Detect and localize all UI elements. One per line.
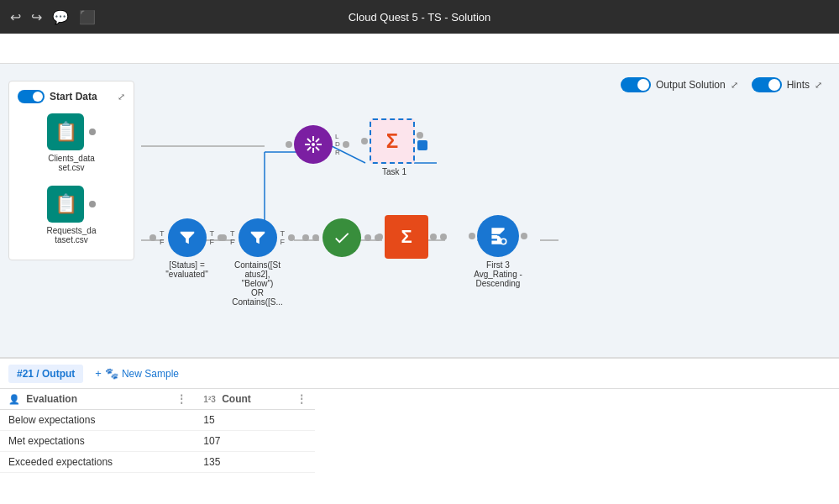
count-cell: 135	[195, 452, 315, 473]
first3-label: First 3Avg_Rating -Descending	[474, 260, 522, 288]
evaluation-col-menu[interactable]: ⋮	[176, 393, 186, 405]
agg2-out2-connector	[440, 234, 447, 240]
first3-node[interactable]: First 3Avg_Rating -Descending	[469, 215, 527, 288]
task1-in-connector	[361, 138, 368, 144]
agg2-in-connector	[376, 234, 383, 240]
data-table: 👤 Evaluation ⋮ 1²3 Count ⋮ Below expecta…	[0, 389, 839, 504]
join-out-connector	[343, 141, 349, 148]
table-row: Below expectations15	[0, 410, 315, 431]
evaluation-cell: Below expectations	[0, 410, 195, 431]
svg-line-19	[316, 147, 319, 150]
clients-data-label: Clients_dataset.csv	[48, 154, 95, 172]
evaluation-col-icon: 👤	[8, 394, 20, 404]
results-table: 👤 Evaluation ⋮ 1²3 Count ⋮ Below expecta…	[0, 389, 315, 473]
undo-button[interactable]: ↩	[10, 9, 21, 25]
first3-icon	[477, 215, 519, 257]
requests-data-node[interactable]: 📋 Requests_dataset.csv	[18, 186, 125, 244]
search-input[interactable]	[8, 42, 831, 55]
top-right-controls: Output Solution ⤢ Hints ⤢	[621, 77, 822, 92]
output-solution-label: Output Solution	[656, 79, 726, 91]
new-sample-icon2: 🐾	[105, 367, 118, 380]
panel-header: Start Data ⤢	[18, 90, 125, 103]
evaluation-cell: Exceeded expectations	[0, 452, 195, 473]
bottom-tabs: #21 / Output + 🐾 New Sample	[0, 359, 839, 389]
task1-icon: Σ	[370, 118, 415, 164]
contains-filter-label: Contains([Status2],"Below")ORContains([S…	[232, 260, 283, 307]
svg-line-21	[307, 147, 311, 150]
task1-node[interactable]: Σ Task 1	[361, 118, 427, 176]
clients-data-icon: 📋	[47, 113, 84, 150]
count-col-label: Count	[222, 393, 251, 405]
clients-data-node[interactable]: 📋 Clients_dataset.csv	[18, 113, 125, 172]
count-col-icon: 1²3	[203, 395, 215, 404]
contains-filter-node[interactable]: TF TF Contains([Status2],"Below")ORConta…	[220, 218, 295, 307]
first3-out-connector	[521, 233, 527, 239]
check-in2-connector	[312, 234, 319, 241]
new-sample-button[interactable]: + 🐾 New Sample	[87, 364, 187, 383]
output-tab[interactable]: #21 / Output	[8, 365, 83, 383]
new-sample-label: New Sample	[122, 368, 179, 380]
check-node[interactable]	[302, 218, 381, 257]
count-col-menu[interactable]: ⋮	[296, 393, 307, 405]
count-cell: 15	[195, 410, 315, 431]
join-icon	[294, 125, 333, 164]
count-col-header: 1²3 Count ⋮	[195, 389, 315, 410]
requests-data-icon: 📋	[47, 186, 84, 223]
check-icon	[322, 218, 361, 257]
canvas-area: Start Data ⤢ 📋 Clients_dataset.csv 📋 Req…	[0, 64, 839, 357]
aggregate2-node[interactable]: Σ	[376, 215, 448, 259]
status-filter-node[interactable]: TF TF [Status] ="evaluated"	[149, 218, 224, 279]
join-in-connector	[286, 141, 292, 148]
svg-line-18	[307, 139, 311, 142]
save-icon[interactable]: ⬛	[79, 9, 96, 25]
check-in-connector	[302, 234, 309, 241]
requests-data-label: Requests_dataset.csv	[47, 226, 97, 244]
table-row: Exceeded expectations135	[0, 452, 315, 473]
redo-button[interactable]: ↪	[31, 9, 42, 25]
contains-filter-icon	[239, 218, 277, 257]
comment-icon[interactable]: 💬	[52, 9, 69, 25]
start-data-toggle[interactable]	[18, 90, 45, 103]
first3-in-connector	[469, 233, 475, 239]
evaluation-col-label: Evaluation	[26, 393, 77, 405]
output-solution-group: Output Solution ⤢	[621, 77, 738, 92]
contains-in-connector	[220, 234, 227, 241]
search-bar-area	[0, 34, 839, 64]
svg-line-20	[316, 139, 319, 142]
task1-label: Task 1	[382, 167, 406, 176]
start-data-panel: Start Data ⤢ 📋 Clients_dataset.csv 📋 Req…	[8, 81, 134, 260]
evaluation-cell: Met expectations	[0, 431, 195, 452]
window-title: Cloud Quest 5 - TS - Solution	[349, 11, 491, 24]
clients-connector	[89, 129, 96, 135]
main-area: Start Data ⤢ 📋 Clients_dataset.csv 📋 Req…	[0, 64, 839, 504]
status-in-connector	[149, 234, 156, 241]
output-solution-expand-icon[interactable]: ⤢	[731, 80, 738, 91]
start-data-label: Start Data	[50, 91, 97, 102]
aggregate2-icon: Σ	[385, 215, 428, 259]
status-filter-icon	[168, 218, 207, 257]
agg2-out-connector	[430, 234, 437, 240]
hints-label: Hints	[787, 79, 810, 91]
requests-connector	[89, 201, 96, 207]
join-node[interactable]: LDR	[286, 125, 349, 164]
status-filter-label: [Status] ="evaluated"	[165, 260, 207, 279]
bottom-panel: #21 / Output + 🐾 New Sample 👤 Evaluation…	[0, 357, 839, 504]
count-cell: 107	[195, 431, 315, 452]
table-row: Met expectations107	[0, 431, 315, 452]
output-solution-toggle[interactable]	[621, 77, 651, 92]
task1-out-connector	[417, 132, 423, 139]
hints-group: Hints ⤢	[752, 77, 822, 92]
svg-point-13	[312, 143, 315, 146]
toolbar: ↩ ↪ 💬 ⬛ Cloud Quest 5 - TS - Solution	[0, 0, 839, 34]
new-sample-icon: +	[95, 367, 102, 380]
expand-start-data-icon[interactable]: ⤢	[118, 92, 125, 102]
check-out-connector	[364, 234, 371, 241]
hints-expand-icon[interactable]: ⤢	[815, 80, 822, 91]
hints-toggle[interactable]	[752, 77, 782, 92]
contains-out-connector	[288, 234, 295, 241]
evaluation-col-header: 👤 Evaluation ⋮	[0, 389, 195, 410]
